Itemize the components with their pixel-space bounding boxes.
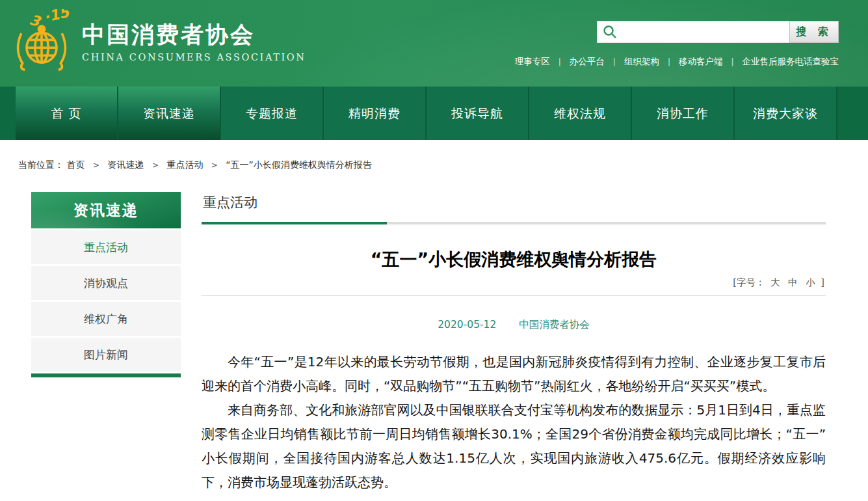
cca-315-logo-icon: 3 ·15: [12, 9, 72, 75]
home-logo-link[interactable]: 3 ·15 中国消费者协会 CHINA CONSUMERS ASSOCIATIO…: [12, 9, 306, 75]
quick-link-office[interactable]: 办公平台: [570, 56, 605, 66]
breadcrumb-separator: >: [211, 161, 218, 170]
article-source: 中国消费者协会: [519, 319, 590, 331]
breadcrumb-item-key-activities[interactable]: 重点活动: [166, 159, 203, 170]
article-date: 2020-05-12: [438, 319, 496, 331]
links-separator: |: [559, 57, 561, 66]
breadcrumb-label: 当前位置：: [18, 159, 64, 170]
nav-item-rights-laws[interactable]: 维权法规: [529, 87, 632, 140]
font-size-large[interactable]: 大: [770, 277, 780, 288]
article-body: 今年“五一”是12年以来的最长劳动节假期，也是国内新冠肺炎疫情得到有力控制、企业…: [202, 350, 826, 494]
nav-item-complaint-guide[interactable]: 投诉导航: [427, 87, 529, 140]
font-size-small[interactable]: 小: [806, 277, 815, 288]
main-area: 资讯速递 重点活动 消协观点 维权广角 图片新闻 重点活动 “五一”小长假消费维…: [0, 187, 868, 494]
breadcrumb-item-home[interactable]: 首页: [66, 159, 85, 170]
nav-item-special-reports[interactable]: 专题报道: [221, 87, 324, 140]
svg-text:·15: ·15: [42, 9, 72, 25]
search-button[interactable]: 搜 索: [789, 21, 839, 43]
links-separator: |: [613, 57, 616, 66]
section-title: 重点活动: [203, 193, 826, 211]
article-paragraph: 来自商务部、文化和旅游部官网以及中国银联联合支付宝等机构发布的数据显示：5月1日…: [202, 398, 826, 494]
nav-item-cca-work[interactable]: 消协工作: [632, 87, 735, 140]
font-size-prefix: [字号：: [733, 277, 765, 288]
font-size-controls: [字号： 大 中 小 ]: [202, 277, 824, 289]
quick-link-aftersales[interactable]: 企业售后服务电话查验宝: [743, 56, 839, 66]
header-quick-links: 理事专区|办公平台|组织架构|移动客户端|企业售后服务电话查验宝: [515, 56, 839, 68]
sidebar-item-photo-news[interactable]: 图片新闻: [31, 338, 181, 372]
search-area: 搜 索: [597, 21, 839, 43]
sidebar-bottom-bar: [31, 373, 181, 377]
breadcrumb-separator: >: [93, 161, 99, 170]
breadcrumb-item-news[interactable]: 资讯速递: [107, 159, 144, 170]
site-header: 3 ·15 中国消费者协会 CHINA CONSUMERS ASSOCIATIO…: [0, 0, 868, 87]
quick-link-structure[interactable]: 组织架构: [624, 56, 659, 66]
article-meta: 2020-05-12 中国消费者协会: [202, 318, 826, 332]
article-content: 重点活动 “五一”小长假消费维权舆情分析报告 [字号： 大 中 小 ] 2020…: [202, 192, 826, 494]
sidebar-title: 资讯速递: [31, 192, 181, 228]
article-title: “五一”小长假消费维权舆情分析报告: [202, 248, 826, 271]
quick-link-council[interactable]: 理事专区: [515, 56, 550, 66]
font-size-medium[interactable]: 中: [788, 277, 798, 288]
sidebar-item-cca-viewpoints[interactable]: 消协观点: [31, 266, 181, 300]
site-subtitle: CHINA CONSUMERS ASSOCIATION: [82, 52, 306, 62]
sidebar-item-rights-wide-angle[interactable]: 维权广角: [31, 302, 181, 336]
sidebar-item-key-activities[interactable]: 重点活动: [31, 230, 181, 264]
sidebar: 资讯速递 重点活动 消协观点 维权广角 图片新闻: [31, 192, 181, 494]
nav-item-smart-consumption[interactable]: 精明消费: [324, 87, 427, 140]
search-input[interactable]: [597, 21, 789, 43]
breadcrumb-item-current-page: “五一”小长假消费维权舆情分析报告: [226, 159, 372, 170]
search-icon: [602, 24, 618, 40]
site-title: 中国消费者协会: [82, 22, 306, 47]
breadcrumb-separator: >: [152, 161, 159, 170]
nav-item-consumer-talk[interactable]: 消费大家谈: [735, 87, 837, 140]
links-separator: |: [668, 57, 670, 66]
article-paragraph: 今年“五一”是12年以来的最长劳动节假期，也是国内新冠肺炎疫情得到有力控制、企业…: [202, 350, 826, 398]
nav-item-home[interactable]: 首 页: [16, 87, 118, 140]
section-underline: [202, 222, 826, 224]
main-navbar: 首 页 资讯速递 专题报道 精明消费 投诉导航 维权法规 消协工作 消费大家谈: [0, 87, 868, 140]
font-size-suffix: ]: [821, 277, 824, 288]
nav-item-news[interactable]: 资讯速递: [118, 87, 221, 140]
quick-link-mobile[interactable]: 移动客户端: [679, 56, 723, 66]
article-divider: [202, 295, 826, 296]
links-separator: |: [731, 57, 733, 66]
breadcrumb: 当前位置： 首页 > 资讯速递 > 重点活动 > “五一”小长假消费维权舆情分析…: [0, 140, 868, 187]
